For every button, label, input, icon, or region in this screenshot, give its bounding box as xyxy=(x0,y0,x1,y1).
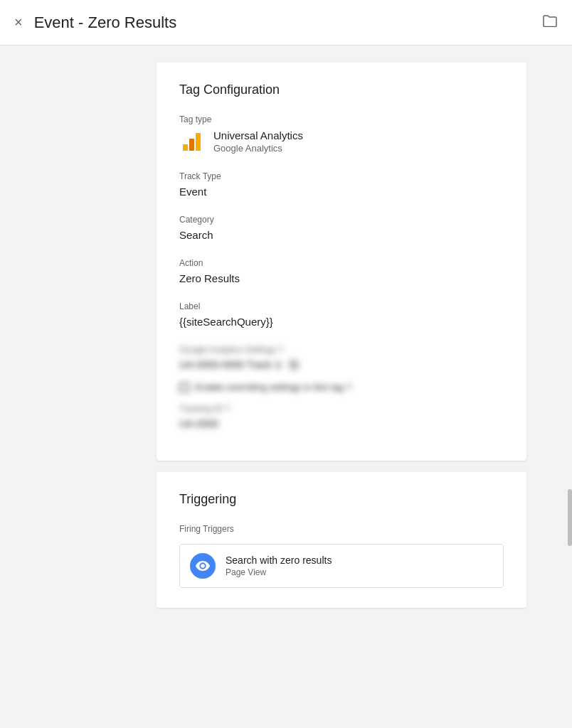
blurred-settings-label: Google Analytics Settings ? xyxy=(179,345,504,355)
page-title: Event - Zero Results xyxy=(34,14,542,32)
blurred-settings-value: UA-0000-0000 Track ⊙ xyxy=(179,359,504,370)
blurred-tracking-id-label: Tracking ID ? xyxy=(179,404,504,414)
tag-type-row: Universal Analytics Google Analytics xyxy=(179,129,504,154)
tag-type-text: Universal Analytics Google Analytics xyxy=(213,129,303,154)
trigger-text: Search with zero results Page View xyxy=(226,555,332,577)
action-field: Action Zero Results xyxy=(179,258,504,284)
svg-rect-0 xyxy=(183,144,188,151)
firing-triggers-label: Firing Triggers xyxy=(179,524,504,534)
tag-sub: Google Analytics xyxy=(213,143,303,154)
svg-rect-2 xyxy=(196,133,201,151)
blurred-tracking-id-value: UA-0000 xyxy=(179,418,504,429)
tag-type-field: Tag type Universal Analytics Google Anal… xyxy=(179,114,504,154)
blurred-tracking-id-group: Tracking ID ? UA-0000 xyxy=(179,404,504,429)
svg-rect-1 xyxy=(189,139,194,151)
blurred-checkbox-row: Enable overriding settings in this tag ? xyxy=(179,382,504,392)
folder-icon[interactable] xyxy=(542,14,558,31)
main-content: Tag Configuration Tag type Universal Ana… xyxy=(0,46,572,728)
close-button[interactable]: × xyxy=(14,14,23,31)
label-value: {{siteSearchQuery}} xyxy=(179,316,504,328)
category-value: Search xyxy=(179,229,504,241)
trigger-sub: Page View xyxy=(226,567,332,577)
blurred-checkbox xyxy=(179,382,189,392)
triggering-title: Triggering xyxy=(179,492,504,507)
scrollbar[interactable] xyxy=(568,489,572,546)
header: × Event - Zero Results xyxy=(0,0,572,46)
category-label: Category xyxy=(179,215,504,225)
label-label: Label xyxy=(179,301,504,311)
label-field: Label {{siteSearchQuery}} xyxy=(179,301,504,328)
tag-configuration-title: Tag Configuration xyxy=(179,82,504,97)
category-field: Category Search xyxy=(179,215,504,241)
track-type-label: Track Type xyxy=(179,171,504,181)
track-type-field: Track Type Event xyxy=(179,171,504,198)
tag-name: Universal Analytics xyxy=(213,129,303,141)
blurred-ga-settings: Google Analytics Settings ? UA-0000-0000… xyxy=(179,345,504,370)
blurred-checkbox-label: Enable overriding settings in this tag ? xyxy=(195,382,351,392)
action-value: Zero Results xyxy=(179,272,504,284)
eye-icon xyxy=(196,559,210,573)
trigger-row[interactable]: Search with zero results Page View xyxy=(179,544,504,588)
universal-analytics-icon xyxy=(179,129,205,154)
tag-configuration-card: Tag Configuration Tag type Universal Ana… xyxy=(157,63,526,461)
tag-type-label: Tag type xyxy=(179,114,504,124)
trigger-name: Search with zero results xyxy=(226,555,332,566)
trigger-icon xyxy=(190,553,216,579)
action-label: Action xyxy=(179,258,504,268)
blurred-info-icon xyxy=(288,359,300,370)
track-type-value: Event xyxy=(179,186,504,198)
blurred-settings-section: Google Analytics Settings ? UA-0000-0000… xyxy=(179,345,504,429)
triggering-card: Triggering Firing Triggers Search with z… xyxy=(157,472,526,608)
